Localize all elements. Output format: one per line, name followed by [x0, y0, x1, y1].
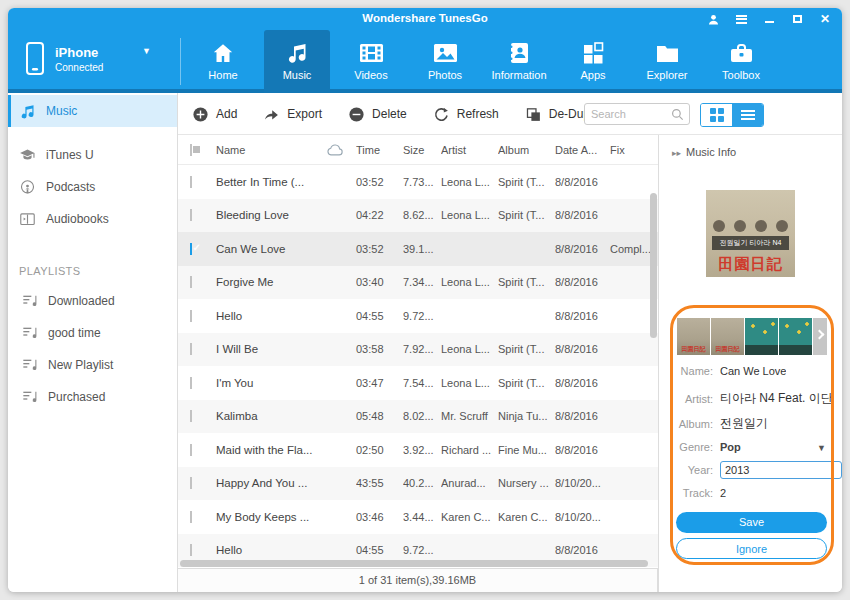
row-checkbox[interactable]: [190, 477, 192, 489]
row-checkbox[interactable]: [190, 544, 192, 556]
thumbnails-next-button[interactable]: [813, 318, 827, 355]
genre-dropdown-caret[interactable]: ▼: [817, 443, 826, 453]
sidebar-item-audiobooks[interactable]: Audiobooks: [8, 203, 177, 235]
delete-icon: [348, 106, 365, 123]
field-name: Name: Can We Love: [659, 365, 842, 377]
cell-name: Forgive Me: [216, 276, 326, 288]
row-checkbox[interactable]: [190, 310, 192, 322]
delete-button[interactable]: Delete: [348, 106, 407, 123]
table-row[interactable]: I Will Be 03:58 7.92... Leona L... Spiri…: [178, 333, 658, 367]
column-size[interactable]: Size: [403, 144, 441, 156]
phone-icon: [24, 41, 46, 77]
cover-thumbnail[interactable]: [745, 318, 778, 355]
account-icon[interactable]: [706, 12, 720, 26]
tab-explorer[interactable]: Explorer: [634, 30, 700, 93]
row-checkbox[interactable]: [190, 176, 192, 188]
home-icon: [211, 39, 235, 66]
cell-size: 8.02...: [403, 410, 441, 422]
panel-header[interactable]: ▸▸Music Info: [672, 146, 736, 158]
name-value: Can We Love: [720, 365, 786, 377]
export-arrow-icon: [263, 106, 280, 123]
table-row[interactable]: Hello 04:55 9.72... 8/8/2016: [178, 299, 658, 333]
genre-select[interactable]: Pop: [720, 441, 741, 453]
cell-name: Better In Time (...: [216, 176, 326, 188]
ignore-button[interactable]: Ignore: [676, 538, 827, 559]
cell-time: 43:55: [356, 477, 403, 489]
tab-home[interactable]: Home: [190, 30, 256, 93]
cover-thumbnail[interactable]: 田園日記: [677, 318, 710, 355]
cell-album: Spirit (T...: [498, 276, 555, 288]
refresh-button[interactable]: Refresh: [433, 106, 499, 123]
table-row[interactable]: Bleeding Love 04:22 8.62... Leona L... S…: [178, 199, 658, 233]
maximize-button[interactable]: [790, 12, 804, 26]
grid-view-button[interactable]: [701, 104, 732, 126]
add-button[interactable]: Add: [192, 106, 237, 123]
row-checkbox[interactable]: [190, 243, 192, 255]
save-button[interactable]: Save: [676, 512, 827, 533]
row-checkbox[interactable]: [190, 209, 192, 221]
sidebar-item-podcasts[interactable]: Podcasts: [8, 171, 177, 203]
cell-artist: Leona L...: [441, 377, 498, 389]
column-name[interactable]: Name: [216, 144, 326, 156]
export-button[interactable]: Export: [263, 106, 322, 123]
cloud-icon[interactable]: [326, 143, 354, 157]
window-controls: ✕: [706, 11, 832, 27]
row-checkbox[interactable]: [190, 511, 192, 523]
column-fix[interactable]: Fix: [610, 144, 658, 156]
table-row[interactable]: Better In Time (... 03:52 7.73... Leona …: [178, 165, 658, 199]
vertical-scrollbar[interactable]: [650, 193, 657, 338]
tab-information[interactable]: Information: [486, 30, 552, 93]
minimize-button[interactable]: [762, 12, 776, 26]
table-row[interactable]: Forgive Me 03:40 7.34... Leona L... Spir…: [178, 266, 658, 300]
select-all-checkbox[interactable]: [190, 144, 192, 156]
table-row[interactable]: Maid with the Fla... 02:50 3.92... Richa…: [178, 433, 658, 467]
search-box: [584, 103, 690, 125]
table-row[interactable]: Happy And You ... 43:55 40.2... Anurad..…: [178, 467, 658, 501]
tab-photos[interactable]: Photos: [412, 30, 478, 93]
table-row[interactable]: I'm You 03:47 7.54... Leona L... Spirit …: [178, 366, 658, 400]
cell-album: Spirit (T...: [498, 209, 555, 221]
year-input[interactable]: [720, 461, 842, 479]
tab-toolbox[interactable]: Toolbox: [708, 30, 774, 93]
cell-size: 9.72...: [403, 310, 441, 322]
table-row[interactable]: My Body Keeps ... 03:46 3.44... Karen C.…: [178, 500, 658, 534]
sidebar-item-music[interactable]: Music: [8, 95, 177, 127]
row-checkbox[interactable]: [190, 276, 192, 288]
horizontal-scrollbar[interactable]: [180, 560, 648, 567]
close-button[interactable]: ✕: [818, 12, 832, 26]
sidebar-playlist-new-playlist[interactable]: New Playlist: [8, 349, 177, 381]
row-checkbox[interactable]: [190, 410, 192, 422]
cell-date: 8/8/2016: [555, 410, 610, 422]
playlist-icon: [22, 325, 39, 342]
column-time[interactable]: Time: [356, 144, 403, 156]
row-checkbox[interactable]: [190, 343, 192, 355]
sidebar-item-itunes-u[interactable]: iTunes U: [8, 139, 177, 171]
column-album[interactable]: Album: [498, 144, 555, 156]
table-row[interactable]: Kalimba 05:48 8.02... Mr. Scruff Ninja T…: [178, 400, 658, 434]
row-checkbox[interactable]: [190, 377, 192, 389]
list-view-button[interactable]: [732, 104, 763, 126]
search-input[interactable]: [591, 105, 669, 123]
collapse-chevrons-icon: ▸▸: [672, 148, 681, 158]
cover-thumbnail[interactable]: 田園日記: [711, 318, 744, 355]
device-dropdown-caret[interactable]: ▼: [142, 46, 151, 56]
cover-thumbnail[interactable]: [779, 318, 812, 355]
tab-apps[interactable]: Apps: [560, 30, 626, 93]
cell-date: 8/8/2016: [555, 243, 610, 255]
column-artist[interactable]: Artist: [441, 144, 498, 156]
information-icon: [507, 39, 531, 66]
album-art-banner-text: 전원일기 티아라 N4: [712, 236, 789, 250]
sidebar-playlist-downloaded[interactable]: Downloaded: [8, 285, 177, 317]
sidebar-playlist-good-time[interactable]: good time: [8, 317, 177, 349]
column-date-added[interactable]: Date A...: [555, 144, 610, 156]
sidebar-playlist-purchased[interactable]: Purchased: [8, 381, 177, 413]
device-selector[interactable]: iPhone Connected: [24, 41, 103, 77]
table-header: Name Time Size Artist Album Date A... Fi…: [178, 135, 658, 165]
row-checkbox[interactable]: [190, 444, 192, 456]
menu-icon[interactable]: [734, 12, 748, 26]
cell-size: 8.62...: [403, 209, 441, 221]
table-row[interactable]: Can We Love 03:52 39.1... 8/8/2016 Compl…: [178, 232, 658, 266]
tab-videos[interactable]: Videos: [338, 30, 404, 93]
cell-time: 03:52: [356, 243, 403, 255]
tab-music[interactable]: Music: [264, 30, 330, 93]
